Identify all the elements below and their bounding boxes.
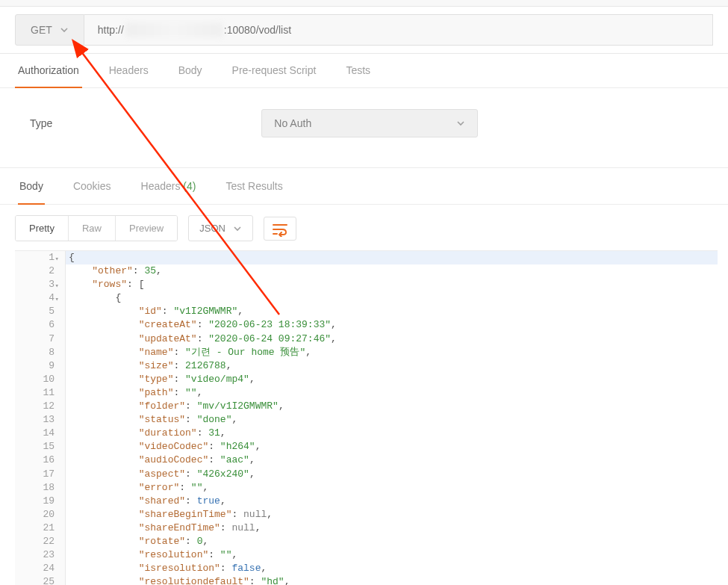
chevron-down-icon — [233, 224, 242, 233]
url-prefix: http:// — [98, 24, 124, 36]
format-select[interactable]: JSON — [188, 215, 253, 241]
auth-type-label: Type — [30, 117, 52, 129]
response-body-viewer[interactable]: 1▾23▾4▾567891011121314151617181920212223… — [15, 250, 718, 585]
resp-tab-body[interactable]: Body — [18, 168, 45, 204]
resp-tab-headers[interactable]: Headers (4) — [140, 168, 198, 204]
wrap-icon — [272, 222, 288, 237]
tab-prerequest[interactable]: Pre-request Script — [229, 54, 320, 87]
chevron-down-icon — [60, 25, 69, 34]
view-raw[interactable]: Raw — [68, 216, 115, 241]
view-mode-group: Pretty Raw Preview — [15, 215, 178, 241]
response-tabs: Body Cookies Headers (4) Test Results — [0, 168, 728, 205]
request-tabs: Authorization Headers Body Pre-request S… — [0, 54, 728, 88]
wrap-lines-button[interactable] — [264, 217, 296, 241]
http-method-select[interactable]: GET — [15, 14, 84, 46]
auth-type-select[interactable]: No Auth — [261, 109, 478, 137]
resp-tab-testresults[interactable]: Test Results — [224, 168, 284, 204]
tab-tests[interactable]: Tests — [343, 54, 373, 87]
url-input[interactable]: http:// :10080/vod/list — [84, 14, 713, 46]
tab-body[interactable]: Body — [175, 54, 205, 87]
chevron-down-icon — [456, 119, 465, 128]
url-suffix: :10080/vod/list — [224, 24, 291, 36]
tab-headers[interactable]: Headers — [106, 54, 152, 87]
resp-headers-count: (4) — [183, 180, 196, 192]
format-label: JSON — [199, 223, 225, 234]
resp-tab-cookies[interactable]: Cookies — [72, 168, 113, 204]
http-method-label: GET — [31, 24, 52, 36]
tab-authorization[interactable]: Authorization — [15, 54, 82, 87]
auth-type-value: No Auth — [274, 117, 311, 129]
view-preview[interactable]: Preview — [115, 216, 177, 241]
view-pretty[interactable]: Pretty — [16, 216, 68, 241]
url-redacted-host — [125, 22, 223, 37]
